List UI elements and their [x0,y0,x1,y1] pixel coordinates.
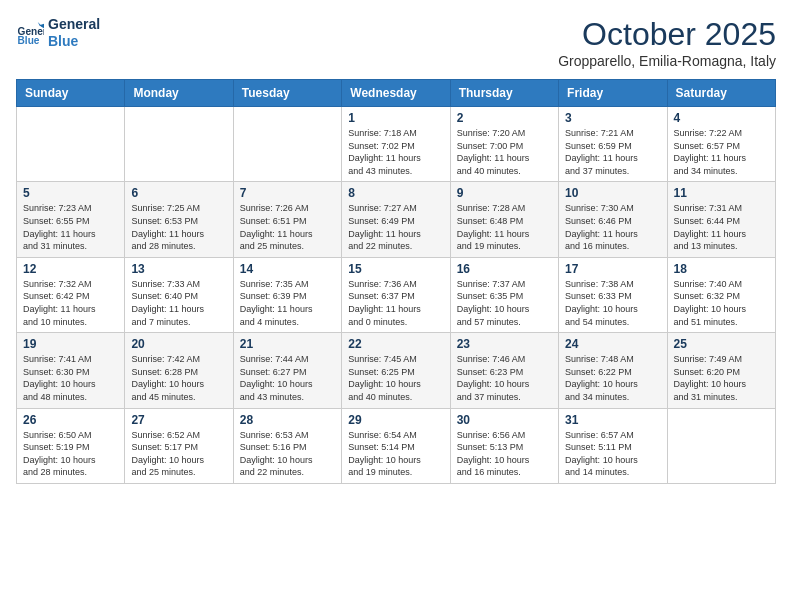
cell-info: Sunset: 6:39 PM [240,290,335,303]
cell-info: Daylight: 10 hours [674,378,769,391]
cell-info: and 48 minutes. [23,391,118,404]
cell-info: Sunset: 7:00 PM [457,140,552,153]
day-number: 28 [240,413,335,427]
cell-info: Sunset: 6:44 PM [674,215,769,228]
cell-info: Sunrise: 6:52 AM [131,429,226,442]
cell-info: Daylight: 10 hours [348,454,443,467]
logo-text-general: General [48,16,100,33]
calendar-cell: 18Sunrise: 7:40 AMSunset: 6:32 PMDayligh… [667,257,775,332]
calendar-header-row: SundayMondayTuesdayWednesdayThursdayFrid… [17,80,776,107]
cell-info: Daylight: 11 hours [240,228,335,241]
cell-info: Sunset: 6:33 PM [565,290,660,303]
cell-info: Sunset: 5:11 PM [565,441,660,454]
cell-info: Daylight: 11 hours [565,228,660,241]
day-number: 19 [23,337,118,351]
cell-info: Sunset: 6:40 PM [131,290,226,303]
calendar-cell [667,408,775,483]
cell-info: Sunset: 6:23 PM [457,366,552,379]
cell-info: Daylight: 10 hours [23,378,118,391]
cell-info: Sunrise: 6:56 AM [457,429,552,442]
calendar-cell: 9Sunrise: 7:28 AMSunset: 6:48 PMDaylight… [450,182,558,257]
cell-info: Daylight: 11 hours [348,152,443,165]
day-number: 8 [348,186,443,200]
day-number: 6 [131,186,226,200]
day-number: 26 [23,413,118,427]
calendar-cell: 13Sunrise: 7:33 AMSunset: 6:40 PMDayligh… [125,257,233,332]
cell-info: Sunrise: 7:45 AM [348,353,443,366]
day-number: 17 [565,262,660,276]
day-number: 21 [240,337,335,351]
day-number: 9 [457,186,552,200]
calendar-cell: 3Sunrise: 7:21 AMSunset: 6:59 PMDaylight… [559,107,667,182]
calendar-cell: 4Sunrise: 7:22 AMSunset: 6:57 PMDaylight… [667,107,775,182]
cell-info: Sunset: 5:16 PM [240,441,335,454]
cell-info: and 45 minutes. [131,391,226,404]
calendar-cell: 19Sunrise: 7:41 AMSunset: 6:30 PMDayligh… [17,333,125,408]
cell-info: Daylight: 10 hours [131,378,226,391]
cell-info: Sunset: 6:22 PM [565,366,660,379]
cell-info: Sunrise: 7:48 AM [565,353,660,366]
cell-info: Sunset: 6:30 PM [23,366,118,379]
cell-info: Sunrise: 7:23 AM [23,202,118,215]
cell-info: Sunset: 6:37 PM [348,290,443,303]
cell-info: and 31 minutes. [674,391,769,404]
day-number: 2 [457,111,552,125]
cell-info: and 28 minutes. [23,466,118,479]
calendar-cell: 14Sunrise: 7:35 AMSunset: 6:39 PMDayligh… [233,257,341,332]
cell-info: Daylight: 10 hours [565,454,660,467]
cell-info: and 22 minutes. [348,240,443,253]
week-row-3: 12Sunrise: 7:32 AMSunset: 6:42 PMDayligh… [17,257,776,332]
cell-info: and 22 minutes. [240,466,335,479]
cell-info: Daylight: 10 hours [565,303,660,316]
cell-info: and 16 minutes. [457,466,552,479]
calendar-cell: 6Sunrise: 7:25 AMSunset: 6:53 PMDaylight… [125,182,233,257]
week-row-2: 5Sunrise: 7:23 AMSunset: 6:55 PMDaylight… [17,182,776,257]
cell-info: and 31 minutes. [23,240,118,253]
logo-text-blue: Blue [48,33,100,50]
day-number: 11 [674,186,769,200]
cell-info: Sunrise: 7:20 AM [457,127,552,140]
calendar-cell: 20Sunrise: 7:42 AMSunset: 6:28 PMDayligh… [125,333,233,408]
cell-info: Sunrise: 7:22 AM [674,127,769,140]
day-number: 13 [131,262,226,276]
day-number: 10 [565,186,660,200]
cell-info: and 4 minutes. [240,316,335,329]
cell-info: Sunrise: 7:36 AM [348,278,443,291]
cell-info: Sunrise: 7:18 AM [348,127,443,140]
day-number: 18 [674,262,769,276]
cell-info: and 19 minutes. [348,466,443,479]
cell-info: Sunrise: 7:33 AM [131,278,226,291]
cell-info: Daylight: 11 hours [23,303,118,316]
cell-info: Daylight: 11 hours [674,152,769,165]
title-block: October 2025 Gropparello, Emilia-Romagna… [558,16,776,69]
day-number: 4 [674,111,769,125]
cell-info: Sunrise: 7:30 AM [565,202,660,215]
cell-info: Sunrise: 6:54 AM [348,429,443,442]
cell-info: Sunrise: 7:27 AM [348,202,443,215]
calendar-cell: 27Sunrise: 6:52 AMSunset: 5:17 PMDayligh… [125,408,233,483]
cell-info: and 51 minutes. [674,316,769,329]
cell-info: Sunset: 6:46 PM [565,215,660,228]
cell-info: Sunset: 5:13 PM [457,441,552,454]
cell-info: Daylight: 10 hours [457,303,552,316]
cell-info: Daylight: 11 hours [23,228,118,241]
cell-info: Sunset: 6:25 PM [348,366,443,379]
calendar-cell: 17Sunrise: 7:38 AMSunset: 6:33 PMDayligh… [559,257,667,332]
calendar-cell [17,107,125,182]
cell-info: Sunrise: 7:49 AM [674,353,769,366]
day-number: 1 [348,111,443,125]
cell-info: and 14 minutes. [565,466,660,479]
location-subtitle: Gropparello, Emilia-Romagna, Italy [558,53,776,69]
day-number: 3 [565,111,660,125]
cell-info: and 40 minutes. [348,391,443,404]
cell-info: Sunrise: 7:21 AM [565,127,660,140]
calendar-table: SundayMondayTuesdayWednesdayThursdayFrid… [16,79,776,484]
cell-info: Daylight: 11 hours [348,303,443,316]
day-header-sunday: Sunday [17,80,125,107]
cell-info: and 34 minutes. [674,165,769,178]
cell-info: Sunset: 6:42 PM [23,290,118,303]
day-number: 12 [23,262,118,276]
cell-info: Sunrise: 7:38 AM [565,278,660,291]
day-number: 16 [457,262,552,276]
logo-icon: General Blue [16,19,44,47]
